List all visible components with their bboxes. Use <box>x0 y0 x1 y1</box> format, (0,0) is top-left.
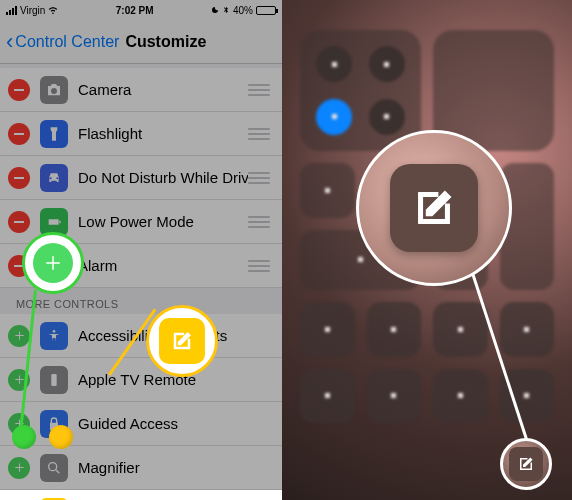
list-item: Flashlight <box>0 112 282 156</box>
airplane-toggle[interactable] <box>316 46 352 82</box>
compose-icon <box>517 455 535 473</box>
back-button[interactable]: Control Center <box>15 33 119 51</box>
add-button[interactable] <box>8 325 30 347</box>
svg-point-1 <box>53 330 56 333</box>
svg-rect-2 <box>51 374 56 386</box>
list-item: Accessibility Shortcuts <box>0 314 282 358</box>
remove-button[interactable] <box>8 167 30 189</box>
camera-tile[interactable] <box>500 302 555 357</box>
signal-icon <box>6 5 17 15</box>
row-label: Guided Access <box>78 415 270 432</box>
row-label: Do Not Disturb While Driving <box>78 169 248 186</box>
drag-handle-icon[interactable] <box>248 260 270 272</box>
plus-icon <box>44 254 62 272</box>
clock-label: 7:02 PM <box>116 5 154 16</box>
list-item: Guided Access <box>0 402 282 446</box>
row-label: Camera <box>78 81 248 98</box>
row-label: Magnifier <box>78 459 270 476</box>
drag-handle-icon[interactable] <box>248 216 270 228</box>
notes-tile-small <box>509 447 543 481</box>
svg-point-3 <box>49 462 57 470</box>
bluetooth-toggle[interactable] <box>369 99 405 135</box>
accessibility-icon <box>40 322 68 350</box>
compose-icon <box>170 329 194 353</box>
flashlight-tile[interactable] <box>300 302 355 357</box>
annotation-dot-yellow <box>49 425 73 449</box>
dnd-moon-icon <box>211 5 219 15</box>
row-label: Flashlight <box>78 125 248 142</box>
remote-icon <box>40 366 68 394</box>
wifi-icon <box>48 5 58 15</box>
remove-button[interactable] <box>8 79 30 101</box>
battery-label: 40% <box>233 5 253 16</box>
battery-icon <box>256 6 276 15</box>
list-item: Magnifier <box>0 446 282 490</box>
remove-button[interactable] <box>8 123 30 145</box>
timer-tile[interactable] <box>367 302 422 357</box>
row-label: Low Power Mode <box>78 213 248 230</box>
list-item: Notes <box>0 490 282 500</box>
annotation-callout-add <box>22 232 84 294</box>
drag-handle-icon[interactable] <box>248 128 270 140</box>
remove-button[interactable] <box>8 211 30 233</box>
wifi-toggle[interactable] <box>316 99 352 135</box>
annotation-target-notes-tile <box>500 438 552 490</box>
carrier-label: Virgin <box>20 5 45 16</box>
extra-tile-3[interactable] <box>433 369 488 424</box>
settings-screen: Virgin 7:02 PM 40% ‹ Control Center Cust… <box>0 0 282 500</box>
nav-title: Customize <box>125 33 206 51</box>
list-item: Apple TV Remote <box>0 358 282 402</box>
car-icon <box>40 164 68 192</box>
annotation-dot-green <box>12 425 36 449</box>
bluetooth-icon <box>222 5 230 15</box>
cellular-toggle[interactable] <box>369 46 405 82</box>
annotation-callout-notes-cc <box>356 130 512 286</box>
flashlight-icon <box>40 120 68 148</box>
nav-bar: ‹ Control Center Customize <box>0 20 282 64</box>
back-chevron-icon[interactable]: ‹ <box>6 31 13 53</box>
add-button-magnified <box>33 243 73 283</box>
list-item: Do Not Disturb While Driving <box>0 156 282 200</box>
calculator-tile[interactable] <box>433 302 488 357</box>
drag-handle-icon[interactable] <box>248 172 270 184</box>
notes-icon-magnified <box>159 318 205 364</box>
add-button[interactable] <box>8 457 30 479</box>
extra-tile-2[interactable] <box>367 369 422 424</box>
annotation-callout-notes <box>146 305 218 377</box>
extra-tile-1[interactable] <box>300 369 355 424</box>
notes-tile-magnified <box>390 164 478 252</box>
drag-handle-icon[interactable] <box>248 84 270 96</box>
list-item: Camera <box>0 68 282 112</box>
connectivity-module[interactable] <box>300 30 421 151</box>
camera-icon <box>40 76 68 104</box>
search-icon <box>40 454 68 482</box>
row-label: Alarm <box>78 257 248 274</box>
status-bar: Virgin 7:02 PM 40% <box>0 0 282 20</box>
orientation-lock-tile[interactable] <box>300 163 355 218</box>
compose-icon <box>411 185 457 231</box>
